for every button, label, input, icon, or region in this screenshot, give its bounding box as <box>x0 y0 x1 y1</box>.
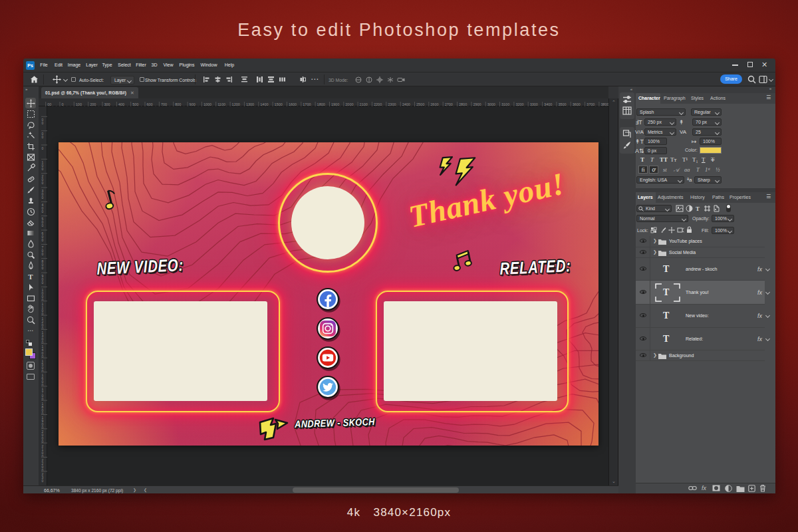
svg-text:400: 400 <box>118 102 124 106</box>
svg-text:3800: 3800 <box>600 102 608 106</box>
svg-text:800: 800 <box>175 102 181 106</box>
svg-text:2400: 2400 <box>402 102 410 106</box>
svg-text:500: 500 <box>132 102 138 106</box>
svg-text:0: 0 <box>42 146 44 150</box>
svg-text:3500: 3500 <box>558 102 566 106</box>
svg-text:0: 0 <box>42 223 44 227</box>
svg-text:200: 200 <box>90 102 96 106</box>
svg-text:0: 0 <box>42 482 44 483</box>
svg-text:1400: 1400 <box>260 102 268 106</box>
svg-text:1300: 1300 <box>246 102 254 106</box>
svg-text:600: 600 <box>147 102 153 106</box>
svg-text:2100: 2100 <box>360 102 368 106</box>
svg-text:2700: 2700 <box>445 102 453 106</box>
svg-text:0: 0 <box>42 252 44 256</box>
svg-text:900: 900 <box>190 102 196 106</box>
svg-text:2000: 2000 <box>345 102 353 106</box>
svg-text:3000: 3000 <box>487 102 495 106</box>
svg-text:2600: 2600 <box>430 102 438 106</box>
svg-text:1600: 1600 <box>289 102 297 106</box>
svg-text:0: 0 <box>42 181 44 185</box>
svg-text:3200: 3200 <box>515 102 523 106</box>
svg-text:0: 0 <box>42 121 44 125</box>
svg-text:0: 0 <box>42 281 44 285</box>
svg-text:2500: 2500 <box>416 102 424 106</box>
svg-text:1500: 1500 <box>275 102 283 106</box>
svg-text:2300: 2300 <box>388 102 396 106</box>
svg-text:3600: 3600 <box>573 102 581 106</box>
svg-text:3300: 3300 <box>530 102 538 106</box>
svg-text:100: 100 <box>76 102 82 106</box>
svg-text:1200: 1200 <box>232 102 240 106</box>
svg-text:3100: 3100 <box>501 102 509 106</box>
svg-text:2900: 2900 <box>473 102 481 106</box>
svg-text:0: 0 <box>42 135 44 139</box>
svg-text:1800: 1800 <box>317 102 325 106</box>
svg-text:2200: 2200 <box>374 102 382 106</box>
svg-text:3400: 3400 <box>544 102 552 106</box>
svg-text:3700: 3700 <box>587 102 595 106</box>
svg-text:0: 0 <box>42 266 44 270</box>
svg-text:700: 700 <box>161 102 167 106</box>
svg-text:0: 0 <box>42 167 44 171</box>
svg-text:1000: 1000 <box>203 102 211 106</box>
svg-text:0: 0 <box>42 209 44 213</box>
svg-text:00: 00 <box>47 102 51 106</box>
svg-text:1100: 1100 <box>217 102 225 106</box>
svg-text:2800: 2800 <box>459 102 467 106</box>
svg-text:0: 0 <box>42 196 44 200</box>
svg-text:0: 0 <box>42 238 44 242</box>
svg-text:1900: 1900 <box>331 102 339 106</box>
svg-text:300: 300 <box>104 102 110 106</box>
svg-text:0: 0 <box>62 102 64 106</box>
svg-text:1700: 1700 <box>303 102 311 106</box>
